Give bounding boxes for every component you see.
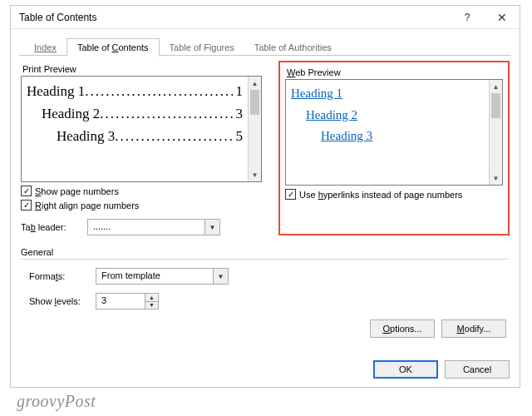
tab-table-of-figures[interactable]: Table of Figures — [160, 39, 244, 56]
print-preview-box: Heading 1 ..............................… — [21, 76, 262, 182]
chevron-down-icon[interactable]: ▼ — [204, 220, 219, 235]
tab-index[interactable]: Index — [24, 39, 66, 56]
print-scrollbar[interactable]: ▲ ▼ — [248, 77, 261, 181]
web-preview-box: Heading 1 Heading 2 Heading 3 ▲ ▼ — [285, 79, 503, 186]
use-hyperlinks-row[interactable]: Use hyperlinks instead of page numbers — [285, 189, 503, 200]
tab-strip: Index Table of Contents Table of Figures… — [11, 34, 520, 56]
right-align-row[interactable]: Right align page numbers — [21, 200, 262, 210]
show-page-numbers-row[interactable]: Show page numbers — [21, 186, 262, 196]
toc-dialog: Table of Contents ? ✕ Index Table of Con… — [10, 5, 520, 388]
web-link-1: Heading 1 — [291, 83, 484, 105]
spinner-down-icon[interactable]: ▼ — [145, 302, 158, 310]
formats-label: Formats: — [29, 271, 89, 281]
web-scrollbar[interactable]: ▲ ▼ — [489, 80, 502, 185]
right-align-label: Right align page numbers — [35, 201, 139, 210]
titlebar-buttons: ? ✕ — [450, 6, 520, 29]
show-page-numbers-checkbox[interactable] — [21, 186, 32, 196]
web-preview-section: Web Preview Heading 1 Heading 2 Heading … — [278, 61, 510, 235]
general-header: General — [21, 247, 508, 260]
show-levels-label: Show levels: — [29, 296, 89, 306]
print-preview-content: Heading 1 ..............................… — [22, 77, 248, 181]
use-hyperlinks-checkbox[interactable] — [285, 189, 296, 200]
ok-button[interactable]: OK — [373, 360, 438, 379]
tab-table-of-authorities[interactable]: Table of Authorities — [244, 39, 342, 56]
print-preview-section: Print Preview Heading 1 ................… — [21, 62, 262, 235]
show-levels-row: Show levels: 3 ▲ ▼ — [21, 293, 510, 310]
print-preview-label: Print Preview — [22, 64, 262, 74]
titlebar: Table of Contents ? ✕ — [11, 6, 520, 29]
scroll-thumb[interactable] — [250, 90, 259, 115]
tab-table-of-contents[interactable]: Table of Contents — [66, 38, 160, 57]
check-icon — [23, 201, 30, 210]
check-icon — [23, 187, 30, 196]
show-levels-spinner[interactable]: 3 ▲ ▼ — [96, 293, 159, 310]
toc-line-2: Heading 2 ..............................… — [27, 102, 243, 125]
options-button[interactable]: Options... — [370, 319, 435, 338]
watermark: groovyPost — [17, 392, 96, 411]
dialog-body: Print Preview Heading 1 ................… — [11, 56, 520, 346]
scroll-down-icon[interactable]: ▼ — [249, 168, 261, 181]
formats-row: Formats: From template ▼ — [21, 268, 510, 285]
dialog-title: Table of Contents — [19, 12, 96, 23]
web-preview-label: Web Preview — [287, 67, 503, 77]
formats-dropdown[interactable]: From template ▼ — [96, 268, 229, 285]
tab-leader-dropdown[interactable]: ....... ▼ — [87, 219, 220, 235]
dialog-footer: OK Cancel — [373, 360, 510, 379]
close-button[interactable]: ✕ — [485, 6, 520, 29]
scroll-down-icon[interactable]: ▼ — [490, 171, 502, 185]
web-link-3: Heading 3 — [291, 126, 484, 147]
spinner-up-icon[interactable]: ▲ — [145, 294, 158, 302]
scroll-up-icon[interactable]: ▲ — [490, 80, 502, 93]
cancel-button[interactable]: Cancel — [445, 360, 510, 379]
scroll-up-icon[interactable]: ▲ — [249, 77, 261, 90]
web-link-2: Heading 2 — [291, 105, 484, 126]
check-icon — [288, 191, 294, 199]
help-button[interactable]: ? — [450, 6, 485, 29]
show-page-numbers-label: Show page numbers — [35, 186, 119, 196]
tab-leader-row: Tab leader: ....... ▼ — [21, 219, 262, 235]
toc-line-3: Heading 3 ..............................… — [27, 125, 243, 147]
modify-button[interactable]: Modify... — [441, 319, 506, 338]
right-align-checkbox[interactable] — [21, 200, 32, 210]
use-hyperlinks-label: Use hyperlinks instead of page numbers — [299, 190, 462, 200]
web-preview-content: Heading 1 Heading 2 Heading 3 — [286, 80, 489, 185]
scroll-thumb[interactable] — [491, 93, 500, 118]
tab-leader-label: Tab leader: — [21, 222, 81, 232]
chevron-down-icon[interactable]: ▼ — [213, 269, 228, 284]
toc-line-1: Heading 1 ..............................… — [27, 80, 243, 102]
